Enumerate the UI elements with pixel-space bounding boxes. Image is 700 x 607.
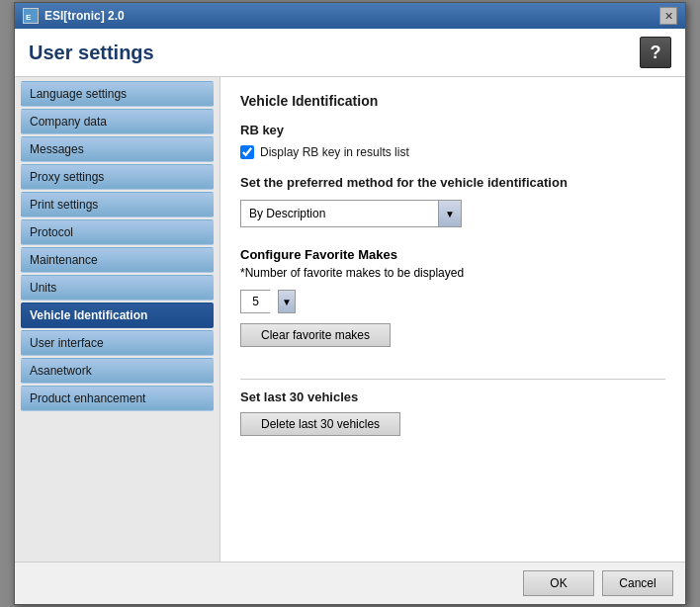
rb-key-checkbox[interactable] — [240, 145, 254, 159]
svg-text:E: E — [26, 13, 32, 22]
sidebar-item-print-settings[interactable]: Print settings — [21, 192, 214, 217]
sidebar-item-company-data[interactable]: Company data — [21, 109, 214, 134]
section-title: Vehicle Identification — [240, 93, 665, 109]
configure-favorite-title: Configure Favorite Makes — [240, 247, 665, 262]
sidebar-item-user-interface[interactable]: User interface — [21, 330, 214, 356]
clear-favorite-btn[interactable]: Clear favorite makes — [240, 323, 391, 347]
content-area: Vehicle Identification RB key Display RB… — [220, 77, 685, 562]
sidebar-item-asanetwork[interactable]: Asanetwork — [21, 358, 214, 384]
last30-title: Set last 30 vehicles — [240, 390, 665, 404]
delete-last30-btn[interactable]: Delete last 30 vehicles — [240, 412, 400, 436]
page-title: User settings — [29, 42, 154, 64]
preferred-method-dropdown-btn[interactable]: ▼ — [438, 200, 462, 227]
divider — [240, 379, 665, 380]
sidebar-item-vehicle-identification[interactable]: Vehicle Identification — [21, 303, 214, 328]
sidebar-item-messages[interactable]: Messages — [21, 136, 214, 162]
last30-section: Set last 30 vehicles Delete last 30 vehi… — [240, 390, 665, 436]
cancel-button[interactable]: Cancel — [602, 570, 673, 596]
close-button[interactable]: ✕ — [659, 7, 677, 25]
sidebar-item-language-settings[interactable]: Language settings — [21, 81, 214, 107]
preferred-method-dropdown-row: By Description ▼ — [240, 200, 665, 227]
rb-key-label: Display RB key in results list — [260, 145, 409, 159]
title-bar-left: E ESI[tronic] 2.0 — [23, 8, 125, 24]
num-row: 5 ▼ — [240, 290, 665, 313]
configure-favorite-section: Configure Favorite Makes *Number of favo… — [240, 247, 665, 363]
favorite-count-dropdown-btn[interactable]: ▼ — [278, 290, 296, 313]
favorite-count-field: 5 — [240, 290, 270, 313]
sidebar-item-proxy-settings[interactable]: Proxy settings — [21, 164, 214, 190]
configure-favorite-subtitle: *Number of favorite makes to be displaye… — [240, 266, 665, 280]
window-title: ESI[tronic] 2.0 — [44, 9, 125, 23]
sidebar-item-maintenance[interactable]: Maintenance — [21, 247, 214, 273]
header: User settings ? — [15, 29, 685, 77]
preferred-method-value: By Description — [249, 207, 325, 220]
footer: OK Cancel — [15, 562, 685, 604]
preferred-method-label: Set the preferred method for the vehicle… — [240, 175, 665, 190]
ok-button[interactable]: OK — [523, 570, 594, 596]
rb-key-row: Display RB key in results list — [240, 145, 665, 159]
rb-key-title: RB key — [240, 123, 665, 137]
preferred-method-field: By Description — [240, 200, 438, 227]
help-button[interactable]: ? — [640, 37, 671, 68]
sidebar-item-protocol[interactable]: Protocol — [21, 219, 214, 245]
sidebar-item-product-enhancement[interactable]: Product enhancement — [21, 386, 214, 411]
sidebar: Language settingsCompany dataMessagesPro… — [15, 77, 220, 562]
main-content: Language settingsCompany dataMessagesPro… — [15, 77, 685, 562]
app-icon: E — [23, 8, 39, 24]
title-bar: E ESI[tronic] 2.0 ✕ — [15, 3, 685, 29]
sidebar-item-units[interactable]: Units — [21, 275, 214, 301]
main-window: E ESI[tronic] 2.0 ✕ User settings ? Lang… — [14, 2, 686, 605]
